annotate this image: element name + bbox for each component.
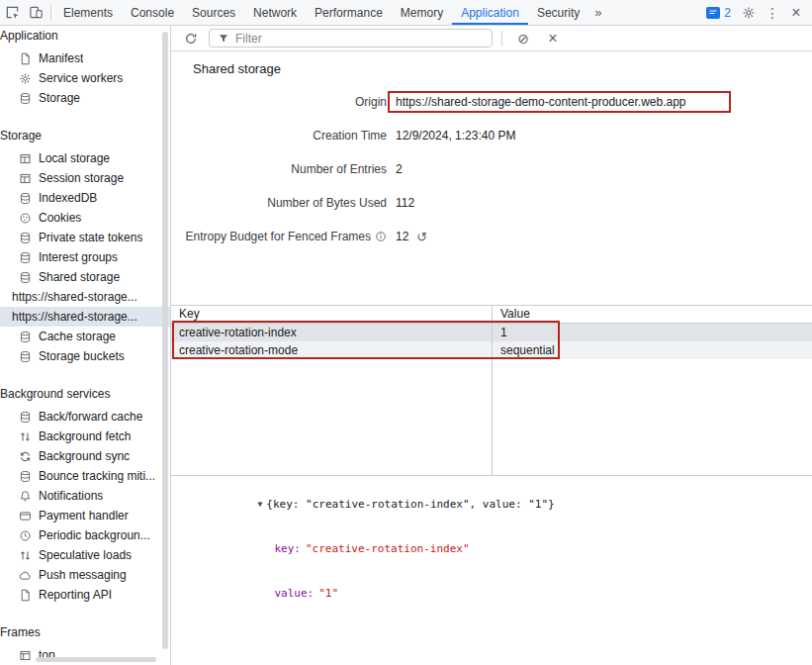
sidebar-item-private-state-tokens[interactable]: Private state tokens xyxy=(0,228,170,247)
refresh-icon[interactable] xyxy=(179,27,203,50)
origin-value: https://shared-storage-demo-content-prod… xyxy=(387,95,686,109)
sidebar-item-label: Background fetch xyxy=(39,429,131,443)
sidebar-section-storage: Storage Local storage Session storage In… xyxy=(0,128,170,366)
shared-storage-content: Shared storage Origin https://shared-sto… xyxy=(171,51,812,665)
tab-memory[interactable]: Memory xyxy=(392,0,452,25)
topbar-actions: 2 ⋮ × xyxy=(700,1,812,25)
sidebar-item-speculative-loads[interactable]: Speculative loads xyxy=(0,545,170,565)
devtools-tab-bar: Elements Console Sources Network Perform… xyxy=(0,0,812,26)
sidebar-item-label: Background sync xyxy=(39,449,130,463)
sidebar-item-label: Shared storage xyxy=(39,270,120,284)
sidebar-item-indexeddb[interactable]: IndexedDB xyxy=(0,188,170,208)
sidebar-item-label: Notifications xyxy=(39,489,103,503)
collapse-triangle-icon[interactable]: ▼ xyxy=(257,497,262,512)
delete-selected-icon[interactable]: × xyxy=(541,27,565,50)
sidebar-item-label: Speculative loads xyxy=(39,548,132,562)
table-row[interactable]: creative-rotation-index 1 xyxy=(171,324,812,341)
table-row[interactable]: creative-rotation-mode sequential xyxy=(171,341,812,359)
entropy-budget-number: 12 xyxy=(396,230,408,243)
panel-tabs: Elements Console Sources Network Perform… xyxy=(54,0,588,25)
info-icon[interactable] xyxy=(375,231,387,242)
field-label: Creation Time xyxy=(171,129,387,142)
database-icon xyxy=(18,349,33,364)
sidebar-item-label: Bounce tracking miti... xyxy=(39,469,155,483)
sidebar-item-service-workers[interactable]: Service workers xyxy=(0,68,170,88)
sidebar-item-reporting-api[interactable]: Reporting API xyxy=(0,585,170,605)
cell-value: sequential xyxy=(492,341,812,359)
sidebar-item-manifest[interactable]: Manifest xyxy=(0,48,170,68)
table-empty-area xyxy=(171,359,812,475)
sidebar-item-storage[interactable]: Storage xyxy=(0,88,170,108)
reset-budget-icon[interactable]: ↺ xyxy=(416,230,427,244)
sidebar-item-shared-storage-origin-2[interactable]: https://shared-storage... xyxy=(0,307,170,327)
sync-icon xyxy=(18,449,33,464)
settings-gear-icon[interactable] xyxy=(737,1,761,25)
section-header-storage[interactable]: Storage xyxy=(0,128,170,143)
sidebar-item-top-frame[interactable]: top xyxy=(0,645,170,665)
sidebar-item-periodic-background-sync[interactable]: Periodic backgroun... xyxy=(0,525,170,545)
sidebar-item-label: Private state tokens xyxy=(39,231,142,244)
sidebar-item-local-storage[interactable]: Local storage xyxy=(0,148,170,168)
tab-network[interactable]: Network xyxy=(244,0,306,25)
sidebar-item-session-storage[interactable]: Session storage xyxy=(0,168,170,188)
sidebar-item-storage-buckets[interactable]: Storage buckets xyxy=(0,346,170,366)
sidebar-item-label: Reporting API xyxy=(39,588,112,602)
file-icon xyxy=(18,51,33,66)
funnel-icon xyxy=(216,31,230,46)
devtools-body: Application Manifest Service workers Sto… xyxy=(0,26,812,665)
database-icon xyxy=(18,91,33,106)
prop-value: "1" xyxy=(318,587,338,600)
sidebar-item-label: Storage buckets xyxy=(39,349,125,363)
sidebar-item-background-fetch[interactable]: Background fetch xyxy=(0,427,170,446)
tab-security[interactable]: Security xyxy=(528,0,588,25)
sidebar-vertical-scrollbar[interactable] xyxy=(162,32,168,649)
sidebar-horizontal-scrollbar[interactable] xyxy=(36,657,156,662)
sidebar-item-cache-storage[interactable]: Cache storage xyxy=(0,327,170,346)
sidebar-item-label: Local storage xyxy=(39,151,110,165)
section-header-application[interactable]: Application xyxy=(0,28,170,44)
sidebar-item-cookies[interactable]: Cookies xyxy=(0,208,170,228)
close-devtools-icon[interactable]: × xyxy=(784,1,808,25)
section-header-frames[interactable]: Frames xyxy=(0,624,170,640)
bytes-used-value: 112 xyxy=(387,196,414,210)
console-messages-badge[interactable]: 2 xyxy=(700,6,737,20)
sidebar-item-background-sync[interactable]: Background sync xyxy=(0,446,170,466)
console-messages-count: 2 xyxy=(724,6,731,20)
kebab-menu-icon[interactable]: ⋮ xyxy=(761,1,784,25)
tab-sources[interactable]: Sources xyxy=(183,0,244,25)
shared-storage-toolbar: ⊘ × xyxy=(171,26,812,51)
sidebar-item-shared-storage-origin-1[interactable]: https://shared-storage... xyxy=(0,287,170,307)
device-toolbar-icon[interactable] xyxy=(24,1,47,25)
sidebar-item-push-messaging[interactable]: Push messaging xyxy=(0,565,170,585)
preview-prop-line: key:"creative-rotation-index" xyxy=(179,526,812,571)
field-row-number-of-entries: Number of Entries 2 xyxy=(171,152,812,186)
column-header-key[interactable]: Key xyxy=(171,306,492,323)
more-tabs-button[interactable]: » xyxy=(588,5,607,20)
inspect-element-icon[interactable] xyxy=(0,1,24,25)
sidebar-item-shared-storage[interactable]: Shared storage xyxy=(0,267,170,287)
column-header-value[interactable]: Value xyxy=(492,306,812,323)
filter-input-box[interactable] xyxy=(209,29,493,48)
sidebar-item-notifications[interactable]: Notifications xyxy=(0,486,170,506)
sidebar-item-bounce-tracking[interactable]: Bounce tracking miti... xyxy=(0,466,170,486)
tab-console[interactable]: Console xyxy=(122,0,183,25)
prop-name: value: xyxy=(274,587,314,600)
filter-input[interactable] xyxy=(235,32,486,46)
entries-count-value: 2 xyxy=(387,162,403,176)
bell-icon xyxy=(18,489,33,504)
cell-key: creative-rotation-index xyxy=(171,324,492,341)
tab-elements[interactable]: Elements xyxy=(54,0,122,25)
clock-icon xyxy=(18,528,33,543)
sidebar-item-label: Periodic backgroun... xyxy=(39,528,150,542)
tab-application[interactable]: Application xyxy=(452,0,528,25)
sidebar-item-label: IndexedDB xyxy=(39,191,97,205)
sidebar-item-payment-handler[interactable]: Payment handler xyxy=(0,506,170,525)
prop-value: "creative-rotation-index" xyxy=(306,542,470,555)
console-message-icon xyxy=(706,7,720,19)
sidebar-item-back-forward-cache[interactable]: Back/forward cache xyxy=(0,407,170,427)
sidebar-item-interest-groups[interactable]: Interest groups xyxy=(0,247,170,267)
updown-arrows-icon xyxy=(18,548,33,563)
tab-performance[interactable]: Performance xyxy=(306,0,392,25)
delete-all-icon[interactable]: ⊘ xyxy=(511,27,535,50)
section-header-background-services[interactable]: Background services xyxy=(0,386,170,402)
